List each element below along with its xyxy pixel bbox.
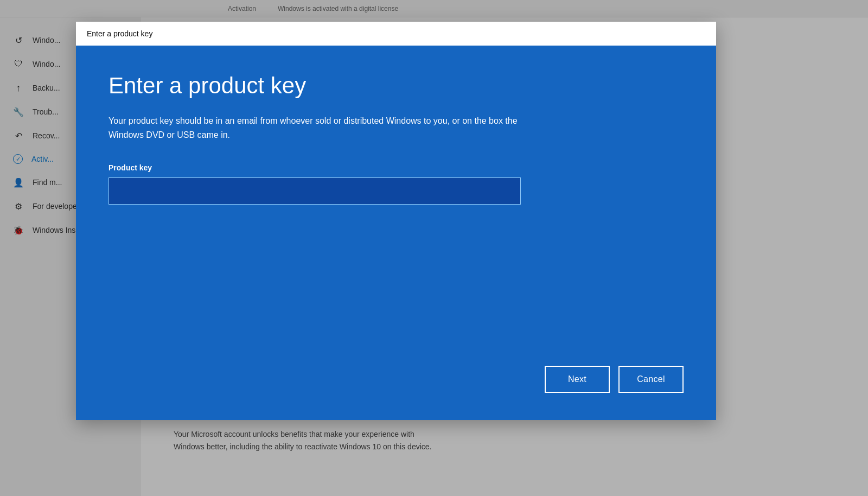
dialog-title-text: Enter a product key	[87, 29, 152, 38]
dialog-description-text: Your product key should be in an email f…	[108, 114, 521, 142]
dialog-footer: Next Cancel	[76, 349, 716, 420]
dialog-main-heading: Enter a product key	[108, 73, 684, 99]
dialog-body: Enter a product key Your product key sho…	[76, 46, 716, 349]
product-key-label: Product key	[108, 163, 684, 172]
dialog-titlebar: Enter a product key	[76, 22, 716, 46]
product-key-dialog: Enter a product key Enter a product key …	[76, 22, 716, 420]
cancel-button[interactable]: Cancel	[618, 366, 684, 393]
product-key-input[interactable]	[108, 177, 521, 205]
next-button[interactable]: Next	[545, 366, 610, 393]
